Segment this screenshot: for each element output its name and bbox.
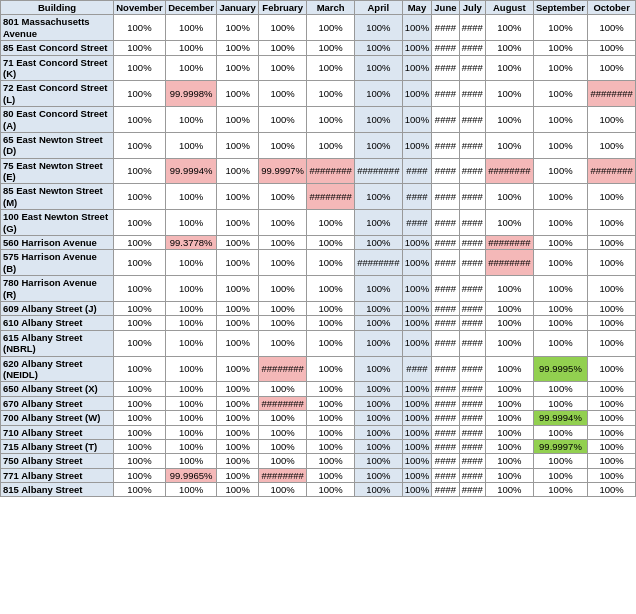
cell-22-5: 100% [354, 468, 402, 482]
cell-12-10: 100% [533, 301, 588, 315]
cell-15-9: 100% [486, 356, 534, 382]
cell-9-11: 100% [588, 236, 636, 250]
cell-18-4: 100% [307, 411, 355, 425]
cell-11-9: 100% [486, 276, 534, 302]
cell-4-1: 100% [165, 107, 216, 133]
cell-15-3: ######## [259, 356, 307, 382]
building-name: 771 Albany Street [1, 468, 114, 482]
cell-8-8: #### [459, 210, 485, 236]
cell-22-9: 100% [486, 468, 534, 482]
cell-11-11: 100% [588, 276, 636, 302]
cell-15-11: 100% [588, 356, 636, 382]
cell-19-8: #### [459, 425, 485, 439]
cell-6-8: #### [459, 158, 485, 184]
cell-3-3: 100% [259, 81, 307, 107]
cell-13-0: 100% [114, 316, 166, 330]
cell-1-5: 100% [354, 41, 402, 55]
cell-5-8: #### [459, 132, 485, 158]
cell-17-10: 100% [533, 396, 588, 410]
table-row: 85 East Concord Street100%100%100%100%10… [1, 41, 636, 55]
col-header-may: May [402, 1, 432, 15]
cell-9-0: 100% [114, 236, 166, 250]
cell-12-9: 100% [486, 301, 534, 315]
cell-2-5: 100% [354, 55, 402, 81]
cell-14-2: 100% [217, 330, 259, 356]
cell-10-1: 100% [165, 250, 216, 276]
cell-20-1: 100% [165, 439, 216, 453]
cell-16-9: 100% [486, 382, 534, 396]
cell-11-7: #### [432, 276, 459, 302]
cell-7-3: 100% [259, 184, 307, 210]
cell-22-10: 100% [533, 468, 588, 482]
cell-4-7: #### [432, 107, 459, 133]
cell-19-0: 100% [114, 425, 166, 439]
building-name: 575 Harrison Avenue (B) [1, 250, 114, 276]
building-name: 560 Harrison Avenue [1, 236, 114, 250]
col-header-december: December [165, 1, 216, 15]
cell-14-11: 100% [588, 330, 636, 356]
table-row: 75 East Newton Street (E)100%99.9994%100… [1, 158, 636, 184]
cell-5-7: #### [432, 132, 459, 158]
cell-13-6: 100% [402, 316, 432, 330]
table-row: 710 Albany Street100%100%100%100%100%100… [1, 425, 636, 439]
col-header-march: March [307, 1, 355, 15]
cell-7-6: #### [402, 184, 432, 210]
cell-0-11: 100% [588, 15, 636, 41]
building-name: 100 East Newton Street (G) [1, 210, 114, 236]
cell-13-11: 100% [588, 316, 636, 330]
cell-23-10: 100% [533, 483, 588, 497]
cell-8-4: 100% [307, 210, 355, 236]
table-row: 65 East Newton Street (D)100%100%100%100… [1, 132, 636, 158]
cell-3-7: #### [432, 81, 459, 107]
cell-8-10: 100% [533, 210, 588, 236]
cell-19-1: 100% [165, 425, 216, 439]
cell-20-5: 100% [354, 439, 402, 453]
cell-0-6: 100% [402, 15, 432, 41]
cell-18-11: 100% [588, 411, 636, 425]
cell-22-8: #### [459, 468, 485, 482]
cell-7-8: #### [459, 184, 485, 210]
cell-19-11: 100% [588, 425, 636, 439]
table-row: 620 Albany Street (NEIDL)100%100%100%###… [1, 356, 636, 382]
cell-8-2: 100% [217, 210, 259, 236]
cell-17-6: 100% [402, 396, 432, 410]
cell-20-2: 100% [217, 439, 259, 453]
cell-23-4: 100% [307, 483, 355, 497]
cell-6-7: #### [432, 158, 459, 184]
cell-4-10: 100% [533, 107, 588, 133]
cell-10-4: 100% [307, 250, 355, 276]
cell-1-7: #### [432, 41, 459, 55]
cell-23-3: 100% [259, 483, 307, 497]
cell-0-9: 100% [486, 15, 534, 41]
cell-22-7: #### [432, 468, 459, 482]
cell-15-10: 99.9995% [533, 356, 588, 382]
cell-15-2: 100% [217, 356, 259, 382]
cell-13-9: 100% [486, 316, 534, 330]
cell-4-8: #### [459, 107, 485, 133]
cell-18-10: 99.9994% [533, 411, 588, 425]
cell-6-10: 100% [533, 158, 588, 184]
cell-16-1: 100% [165, 382, 216, 396]
cell-12-6: 100% [402, 301, 432, 315]
cell-11-6: 100% [402, 276, 432, 302]
cell-23-0: 100% [114, 483, 166, 497]
cell-2-1: 100% [165, 55, 216, 81]
cell-16-8: #### [459, 382, 485, 396]
cell-3-9: 100% [486, 81, 534, 107]
table-row: 80 East Concord Street (A)100%100%100%10… [1, 107, 636, 133]
cell-13-5: 100% [354, 316, 402, 330]
cell-1-4: 100% [307, 41, 355, 55]
cell-2-3: 100% [259, 55, 307, 81]
col-header-september: September [533, 1, 588, 15]
cell-11-1: 100% [165, 276, 216, 302]
building-name: 85 East Concord Street [1, 41, 114, 55]
cell-18-2: 100% [217, 411, 259, 425]
building-name: 65 East Newton Street (D) [1, 132, 114, 158]
cell-3-0: 100% [114, 81, 166, 107]
cell-18-6: 100% [402, 411, 432, 425]
cell-3-6: 100% [402, 81, 432, 107]
building-name: 609 Albany Street (J) [1, 301, 114, 315]
building-name: 71 East Concord Street (K) [1, 55, 114, 81]
cell-21-6: 100% [402, 454, 432, 468]
cell-5-11: 100% [588, 132, 636, 158]
